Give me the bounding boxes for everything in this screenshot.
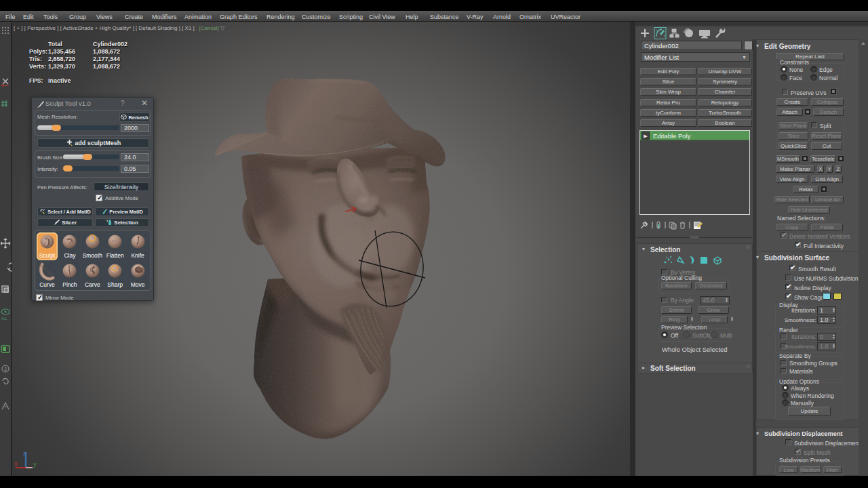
svg-text:3: 3	[4, 367, 7, 371]
svg-text:ALL: ALL	[1, 317, 7, 321]
svg-text:y: y	[33, 461, 37, 468]
svg-text:z: z	[23, 450, 26, 457]
svg-text:x: x	[14, 460, 18, 467]
